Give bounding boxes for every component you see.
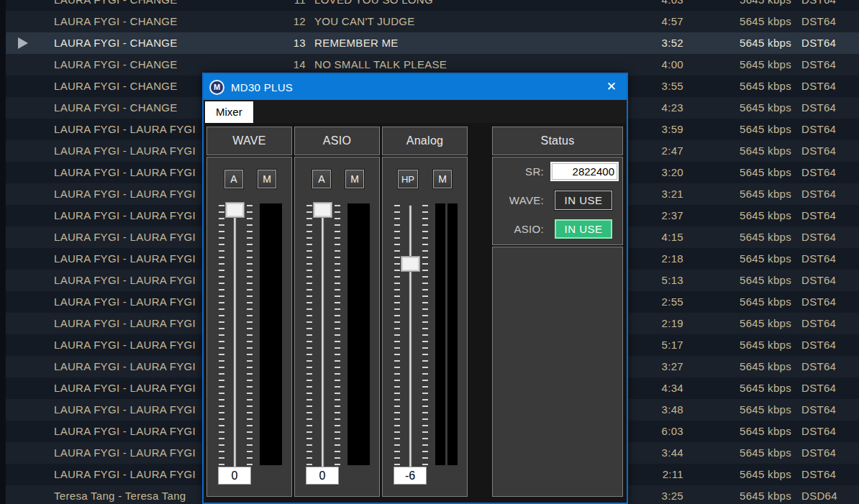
status-row: ASIO: IN USE: [493, 219, 624, 239]
channel-name: WAVE: [232, 134, 266, 147]
channel-button-left[interactable]: A: [224, 170, 243, 188]
cell-bitrate: 5645 kbps: [711, 162, 791, 183]
cell-artist-album: LAURA FYGI - LAURA FYGI: [54, 270, 196, 291]
mixer-channel: WAVE A M 0: [206, 123, 292, 501]
cell-track-title: REMEMBER ME: [314, 32, 399, 54]
window-left-edge: [0, 0, 6, 504]
cell-codec: DST64: [801, 313, 836, 334]
cell-codec: DST64: [801, 377, 836, 399]
fader-value[interactable]: 0: [306, 467, 339, 485]
cell-artist-album: LAURA FYGI - CHANGE: [54, 97, 178, 119]
channel-mute-button[interactable]: M: [433, 170, 452, 188]
cell-artist-album: LAURA FYGI - LAURA FYGI: [54, 291, 196, 313]
cell-duration: 3:59: [624, 119, 683, 140]
cell-codec: DST64: [801, 399, 836, 421]
cell-bitrate: 5645 kbps: [711, 334, 791, 356]
cell-bitrate: 5645 kbps: [711, 75, 791, 97]
cell-artist-album: LAURA FYGI - CHANGE: [54, 11, 178, 32]
cell-duration: 2:37: [624, 205, 683, 226]
cell-artist-album: Teresa Tang - Teresa Tang: [54, 485, 186, 504]
level-meter: [347, 203, 370, 465]
cell-track-title: LOVED YOU SO LONG: [314, 0, 433, 11]
cell-codec: DST64: [801, 226, 836, 248]
close-icon[interactable]: ✕: [606, 74, 617, 100]
cell-artist-album: LAURA FYGI - LAURA FYGI: [54, 356, 196, 377]
cell-bitrate: 5645 kbps: [711, 485, 791, 504]
app-icon-letter: M: [214, 83, 220, 91]
playlist-row[interactable]: LAURA FYGI - CHANGE 13 REMEMBER ME 3:52 …: [0, 32, 859, 54]
channel-mute-button[interactable]: M: [258, 170, 276, 188]
cell-duration: 3:52: [624, 32, 683, 54]
cell-codec: DST64: [801, 248, 836, 270]
cell-bitrate: 5645 kbps: [711, 140, 791, 162]
cell-artist-album: LAURA FYGI - LAURA FYGI: [54, 313, 196, 334]
mixer-body: Status SR: 2822400 WAVE: IN USE ASIO: IN…: [204, 123, 627, 501]
cell-bitrate: 5645 kbps: [711, 119, 791, 140]
cell-bitrate: 5645 kbps: [711, 32, 791, 54]
cell-bitrate: 5645 kbps: [711, 464, 791, 485]
playlist-row[interactable]: LAURA FYGI - CHANGE 12 YOU CAN'T JUDGE 4…: [0, 11, 859, 32]
cell-artist-album: LAURA FYGI - LAURA FYGI: [54, 205, 196, 226]
fader-thumb[interactable]: [313, 202, 332, 218]
status-label: WAVE:: [509, 191, 544, 210]
playlist-row[interactable]: LAURA FYGI - CHANGE 11 LOVED YOU SO LONG…: [0, 0, 859, 11]
channel-name: ASIO: [323, 134, 351, 147]
status-value: IN USE: [555, 191, 612, 210]
tab-mixer[interactable]: Mixer: [205, 101, 253, 123]
channel-header: Analog: [382, 127, 468, 155]
cell-duration: 2:19: [624, 313, 683, 334]
channel-mute-button[interactable]: M: [345, 170, 364, 188]
fader-thumb[interactable]: [225, 202, 245, 218]
cell-codec: DST64: [801, 442, 836, 464]
cell-artist-album: LAURA FYGI - LAURA FYGI: [54, 183, 196, 205]
cell-duration: 4:23: [624, 97, 683, 119]
cell-bitrate: 5645 kbps: [711, 205, 791, 226]
fader-tick-marks: [335, 205, 340, 468]
cell-codec: DST64: [801, 97, 836, 119]
cell-bitrate: 5645 kbps: [711, 313, 791, 334]
cell-track-number: 13: [276, 32, 306, 54]
cell-duration: 3:55: [624, 75, 683, 97]
fader-value[interactable]: 0: [218, 467, 251, 485]
cell-artist-album: LAURA FYGI - LAURA FYGI: [54, 377, 196, 399]
cell-codec: DST64: [801, 356, 836, 377]
fader-value[interactable]: -6: [394, 467, 427, 485]
cell-duration: 4:03: [624, 0, 683, 11]
status-title: Status: [540, 134, 574, 147]
cell-track-number: 12: [276, 11, 306, 32]
channel-body: A M 0: [294, 157, 380, 497]
fader-tick-marks: [247, 205, 253, 468]
cell-duration: 3:44: [624, 442, 683, 464]
channel-button-left[interactable]: HP: [398, 170, 418, 188]
dialog-titlebar[interactable]: M MD30 PLUS ✕: [204, 74, 627, 100]
cell-codec: DST64: [801, 205, 836, 226]
status-label: SR:: [525, 162, 544, 181]
cell-duration: 2:47: [624, 140, 683, 162]
cell-bitrate: 5645 kbps: [711, 11, 791, 32]
cell-artist-album: LAURA FYGI - CHANGE: [54, 32, 178, 54]
cell-duration: 3:20: [624, 162, 683, 183]
channel-button-left[interactable]: A: [312, 170, 331, 188]
status-panel-extra: [492, 247, 623, 497]
channel-body: HP M -6: [382, 157, 468, 497]
channel-name: Analog: [406, 134, 444, 147]
cell-artist-album: LAURA FYGI - CHANGE: [54, 0, 178, 11]
cell-duration: 2:18: [624, 248, 683, 270]
status-label: ASIO:: [514, 219, 544, 239]
fader-thumb[interactable]: [401, 256, 420, 272]
cell-codec: DST64: [801, 421, 836, 442]
cell-duration: 4:00: [624, 54, 683, 75]
cell-codec: DST64: [801, 32, 836, 54]
cell-codec: DST64: [801, 0, 836, 11]
cell-duration: 3:25: [624, 485, 683, 504]
playing-indicator-icon: [18, 37, 28, 49]
cell-artist-album: LAURA FYGI - LAURA FYGI: [54, 140, 196, 162]
dialog-title: MD30 PLUS: [231, 81, 293, 93]
cell-codec: DST64: [801, 183, 836, 205]
cell-track-title: YOU CAN'T JUDGE: [314, 11, 415, 32]
status-panel-header: Status: [492, 127, 623, 155]
status-value: IN USE: [555, 219, 612, 239]
cell-duration: 4:15: [624, 226, 683, 248]
cell-duration: 5:13: [624, 270, 683, 291]
cell-bitrate: 5645 kbps: [711, 399, 791, 421]
